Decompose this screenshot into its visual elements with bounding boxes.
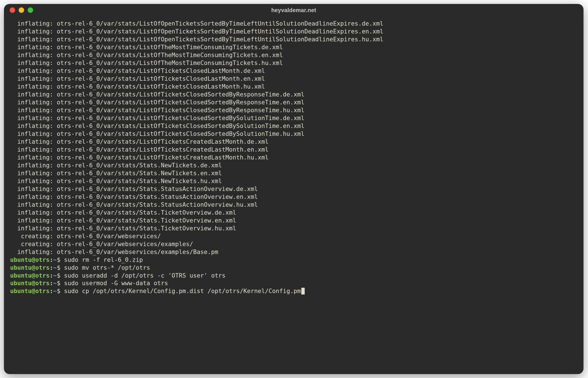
output-inflating-line: inflating: otrs-rel-6_0/var/stats/ListOf… <box>10 99 304 106</box>
prompt-user: ubuntu <box>10 264 32 271</box>
output-inflating-line: inflating: otrs-rel-6_0/var/stats/Stats.… <box>10 170 222 177</box>
output-inflating-line: inflating: otrs-rel-6_0/var/stats/ListOf… <box>10 130 304 137</box>
prompt-host: otrs <box>35 256 50 263</box>
output-inflating-line: inflating: otrs-rel-6_0/var/stats/ListOf… <box>10 20 383 27</box>
output-creating-line: creating: otrs-rel-6_0/var/webservices/ <box>10 233 161 240</box>
output-inflating-line: inflating: otrs-rel-6_0/var/stats/ListOf… <box>10 91 304 98</box>
prompt-cwd: ~ <box>53 280 57 287</box>
prompt-at: @ <box>32 280 35 287</box>
prompt-colon: : <box>50 264 53 271</box>
prompt-cwd: ~ <box>53 256 57 263</box>
prompt-user: ubuntu <box>10 280 32 287</box>
output-inflating-line: inflating: otrs-rel-6_0/var/stats/Stats.… <box>10 225 236 232</box>
prompt-host: otrs <box>35 272 50 279</box>
prompt-colon: : <box>50 280 53 287</box>
output-inflating-line: inflating: otrs-rel-6_0/var/stats/Stats.… <box>10 217 236 224</box>
prompt-at: @ <box>32 264 35 271</box>
command-text: sudo cp /opt/otrs/Kernel/Config.pm.dist … <box>64 287 301 294</box>
terminal-window: heyvaldemar.net inflating: otrs-rel-6_0/… <box>4 4 583 374</box>
command-text: sudo useradd -d /opt/otrs -c 'OTRS user'… <box>64 272 225 279</box>
prompt-host: otrs <box>35 264 50 271</box>
prompt-sigil: $ <box>57 280 64 287</box>
output-inflating-line: inflating: otrs-rel-6_0/var/stats/ListOf… <box>10 122 304 129</box>
window-controls <box>10 7 33 13</box>
prompt-host: otrs <box>35 287 50 294</box>
output-inflating-line: inflating: otrs-rel-6_0/var/stats/ListOf… <box>10 59 283 66</box>
output-inflating-line: inflating: otrs-rel-6_0/var/stats/ListOf… <box>10 28 383 35</box>
prompt-colon: : <box>50 272 53 279</box>
prompt-sigil: $ <box>57 264 64 271</box>
output-inflating-line: inflating: otrs-rel-6_0/var/webservices/… <box>10 248 218 255</box>
command-text: sudo rm -f rel-6_0.zip <box>64 256 143 263</box>
output-inflating-line: inflating: otrs-rel-6_0/var/stats/Stats.… <box>10 201 258 208</box>
output-inflating-line: inflating: otrs-rel-6_0/var/stats/ListOf… <box>10 114 304 122</box>
prompt-line: ubuntu@otrs:~$ sudo usermod -G www-data … <box>10 280 168 287</box>
prompt-sigil: $ <box>57 287 64 294</box>
output-inflating-line: inflating: otrs-rel-6_0/var/stats/ListOf… <box>10 107 304 114</box>
output-inflating-line: inflating: otrs-rel-6_0/var/stats/ListOf… <box>10 138 268 145</box>
maximize-icon[interactable] <box>28 7 33 13</box>
output-inflating-line: inflating: otrs-rel-6_0/var/stats/Stats.… <box>10 193 258 200</box>
output-inflating-line: inflating: otrs-rel-6_0/var/stats/ListOf… <box>10 154 268 161</box>
prompt-colon: : <box>50 256 53 263</box>
prompt-host: otrs <box>35 280 50 287</box>
prompt-user: ubuntu <box>10 272 32 279</box>
window-title: heyvaldemar.net <box>4 7 583 14</box>
prompt-at: @ <box>32 287 35 294</box>
output-creating-line: creating: otrs-rel-6_0/var/webservices/e… <box>10 240 193 248</box>
prompt-line: ubuntu@otrs:~$ sudo rm -f rel-6_0.zip <box>10 256 143 263</box>
output-inflating-line: inflating: otrs-rel-6_0/var/stats/Stats.… <box>10 162 222 169</box>
prompt-at: @ <box>32 272 35 279</box>
output-inflating-line: inflating: otrs-rel-6_0/var/stats/ListOf… <box>10 75 265 82</box>
prompt-line: ubuntu@otrs:~$ sudo cp /opt/otrs/Kernel/… <box>10 287 305 294</box>
prompt-user: ubuntu <box>10 256 32 263</box>
prompt-line: ubuntu@otrs:~$ sudo mv otrs-* /opt/otrs <box>10 264 150 271</box>
output-inflating-line: inflating: otrs-rel-6_0/var/stats/ListOf… <box>10 146 268 153</box>
minimize-icon[interactable] <box>19 7 24 13</box>
prompt-cwd: ~ <box>53 287 57 294</box>
prompt-at: @ <box>32 256 35 263</box>
output-inflating-line: inflating: otrs-rel-6_0/var/stats/ListOf… <box>10 67 265 74</box>
titlebar[interactable]: heyvaldemar.net <box>4 4 583 16</box>
output-inflating-line: inflating: otrs-rel-6_0/var/stats/Stats.… <box>10 177 222 184</box>
output-inflating-line: inflating: otrs-rel-6_0/var/stats/ListOf… <box>10 44 283 51</box>
prompt-cwd: ~ <box>53 264 57 271</box>
output-inflating-line: inflating: otrs-rel-6_0/var/stats/Stats.… <box>10 209 236 216</box>
output-inflating-line: inflating: otrs-rel-6_0/var/stats/ListOf… <box>10 51 283 58</box>
command-text: sudo mv otrs-* /opt/otrs <box>64 264 150 271</box>
cursor-icon <box>301 288 305 294</box>
prompt-user: ubuntu <box>10 287 32 294</box>
prompt-line: ubuntu@otrs:~$ sudo useradd -d /opt/otrs… <box>10 272 225 279</box>
prompt-sigil: $ <box>57 272 64 279</box>
output-inflating-line: inflating: otrs-rel-6_0/var/stats/ListOf… <box>10 83 265 90</box>
terminal-body[interactable]: inflating: otrs-rel-6_0/var/stats/ListOf… <box>4 16 583 374</box>
prompt-cwd: ~ <box>53 272 57 279</box>
output-inflating-line: inflating: otrs-rel-6_0/var/stats/ListOf… <box>10 36 383 43</box>
command-text: sudo usermod -G www-data otrs <box>64 280 168 287</box>
output-inflating-line: inflating: otrs-rel-6_0/var/stats/Stats.… <box>10 185 258 192</box>
prompt-colon: : <box>50 287 53 294</box>
close-icon[interactable] <box>10 7 15 13</box>
prompt-sigil: $ <box>57 256 64 263</box>
